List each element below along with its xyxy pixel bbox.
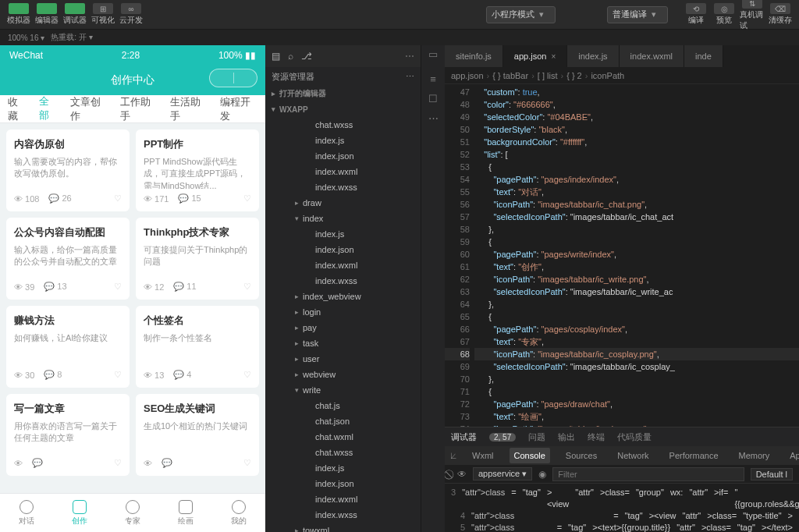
tool-云开发[interactable]: ∞云开发 [119, 3, 144, 26]
level-select[interactable]: Default l [751, 468, 793, 481]
breadcrumb-item[interactable]: { } 2 [566, 71, 582, 80]
breadcrumb-item[interactable]: iconPath [591, 71, 624, 80]
editor-tab[interactable]: index.wxml [620, 45, 684, 67]
nav-创作[interactable]: 创作 [53, 494, 106, 532]
hot-reload[interactable]: 热重载: 开 ▾ [51, 32, 92, 43]
tool-清缓存[interactable]: ⌫清缓存 [768, 0, 793, 31]
card[interactable]: 写一篇文章 用你喜欢的语言写一篇关于任何主题的文章 👁 💬 ♡ [6, 394, 130, 476]
nav-对话[interactable]: 对话 [0, 494, 53, 532]
devtools-tab[interactable]: Wxml [467, 448, 499, 463]
heart-icon[interactable]: ♡ [114, 370, 122, 380]
devtools-tab[interactable]: Console [510, 448, 550, 463]
tree-file[interactable]: chat.wxss [265, 445, 421, 460]
tree-folder[interactable]: ▸draw [265, 195, 421, 211]
branch-icon[interactable]: ⎇ [301, 51, 312, 62]
tree-file[interactable]: chat.wxss [265, 117, 421, 133]
tool-真机调试[interactable]: ⇅真机调试 [740, 0, 765, 31]
mode-select[interactable]: 小程序模式 [486, 6, 556, 23]
breadcrumb-item[interactable]: { } tabBar [492, 71, 528, 80]
heart-icon[interactable]: ♡ [243, 458, 251, 468]
tool-可视化[interactable]: ⊞可视化 [91, 3, 115, 26]
tree-section[interactable]: ▾WXAPP [265, 101, 421, 117]
heart-icon[interactable]: ♡ [114, 458, 122, 468]
menu-icon[interactable]: ≡ [430, 73, 436, 85]
card[interactable]: SEO生成关键词 生成10个相近的热门关键词 👁 💬 ♡ [136, 394, 259, 476]
capsule-button[interactable] [209, 69, 257, 87]
devtools-tab[interactable]: AppData [785, 448, 799, 463]
tree-file[interactable]: index.wxml [265, 491, 421, 507]
tool-模拟器[interactable]: 模拟器 [6, 3, 31, 26]
tree-file[interactable]: index.json [265, 476, 421, 491]
card[interactable]: 个性签名 制作一条个性签名 👁 13 💬 4 ♡ [136, 306, 259, 388]
console-tab[interactable]: 问题 [528, 431, 545, 443]
tree-file[interactable]: index.json [265, 242, 421, 257]
tree-folder[interactable]: ▾write [265, 382, 421, 398]
tool-编译[interactable]: ⟲编译 [684, 0, 708, 31]
files-icon[interactable]: ▤ [272, 51, 280, 62]
tree-folder[interactable]: ▸pay [265, 320, 421, 335]
console-tab[interactable]: 代码质量 [617, 431, 652, 443]
console-tab[interactable]: 调试器 [451, 431, 477, 443]
category-tab[interactable]: 收藏 [8, 90, 27, 128]
category-tab[interactable]: 工作助手 [120, 90, 158, 128]
editor-tab[interactable]: index.js [567, 45, 619, 67]
tree-file[interactable]: index.json [265, 148, 421, 164]
category-tab[interactable]: 编程开发 [220, 90, 257, 128]
tree-file[interactable]: index.wxss [265, 179, 421, 195]
bookmark-icon[interactable]: ☐ [428, 93, 438, 105]
card[interactable]: 内容伪原创 输入需要改写的内容，帮你改写做伪原创。 👁 108 💬 26 ♡ [6, 129, 130, 211]
devtools-tab[interactable]: Sources [561, 448, 602, 463]
tree-folder[interactable]: ▸index_webview [265, 289, 421, 304]
tree-file[interactable]: index.js [265, 133, 421, 148]
compile-select[interactable]: 普通编译 [607, 6, 668, 23]
nav-专家[interactable]: 专家 [106, 494, 159, 532]
tree-folder[interactable]: ▸towxml [265, 523, 421, 532]
nav-我的[interactable]: 我的 [212, 494, 265, 532]
tree-folder[interactable]: ▸task [265, 335, 421, 351]
editor-tab[interactable]: inde [684, 45, 723, 67]
breadcrumb-item[interactable]: app.json [451, 71, 484, 80]
card[interactable]: Thinkphp技术专家 可直接提问关于Thinkphp的问题 👁 12 💬 1… [136, 218, 259, 300]
heart-icon[interactable]: ♡ [243, 370, 251, 380]
editor-tab[interactable]: app.json× [503, 45, 567, 67]
devtools-tab[interactable]: Performance [665, 448, 723, 463]
heart-icon[interactable]: ♡ [114, 193, 122, 204]
tree-file[interactable]: chat.json [265, 413, 421, 429]
tree-section[interactable]: ▸打开的编辑器 [265, 86, 421, 101]
devtools-tab[interactable]: Network [613, 448, 653, 463]
console-tab[interactable]: 终端 [588, 431, 605, 443]
more-icon[interactable]: ⋯ [405, 51, 414, 62]
tree-file[interactable]: index.wxml [265, 164, 421, 179]
eye2-icon[interactable]: ◉ [538, 469, 546, 480]
tree-file[interactable]: chat.js [265, 398, 421, 413]
code-body[interactable]: "custom": true, "color": "#666666", "sel… [474, 84, 799, 427]
more-icon[interactable]: ⋯ [428, 112, 439, 124]
category-tab[interactable]: 全部 [39, 90, 58, 129]
tool-调试器[interactable]: 调试器 [62, 3, 87, 26]
category-tab[interactable]: 文章创作 [70, 90, 108, 128]
tree-file[interactable]: index.wxml [265, 257, 421, 273]
tree-folder[interactable]: ▾index [265, 211, 421, 226]
card[interactable]: 公众号内容自动配图 输入标题，给你一篇高质量的公众号并自动配文的文章 👁 39 … [6, 218, 130, 300]
breadcrumb[interactable]: app.json›{ } tabBar›[ ] list›{ } 2›iconP… [445, 67, 799, 84]
card[interactable]: PPT制作 PPT MindShow源代码生成，可直接生成PPT源码，需与Min… [136, 129, 259, 211]
tree-folder[interactable]: ▸user [265, 351, 421, 367]
tree-file[interactable]: index.wxss [265, 273, 421, 289]
card[interactable]: 赚钱方法 如何赚钱，让AI给你建议 👁 30 💬 8 ♡ [6, 306, 130, 388]
editor-tab[interactable]: siteinfo.js [445, 45, 503, 67]
inspect-icon[interactable]: ⟀ [451, 451, 456, 460]
tree-folder[interactable]: ▸login [265, 304, 421, 320]
console-tab[interactable]: 输出 [558, 431, 575, 443]
sidebar-toggle-icon[interactable]: ▭ [428, 48, 438, 60]
tree-file[interactable]: index.js [265, 460, 421, 476]
close-icon[interactable]: × [551, 52, 556, 61]
heart-icon[interactable]: ♡ [243, 193, 251, 204]
eye-icon[interactable]: 👁 [457, 469, 467, 480]
devtools-tab[interactable]: Memory [734, 448, 775, 463]
heart-icon[interactable]: ♡ [243, 282, 251, 292]
context-select[interactable]: appservice ▾ [473, 467, 532, 481]
breadcrumb-item[interactable]: [ ] list [538, 71, 558, 80]
tree-folder[interactable]: ▸webview [265, 367, 421, 382]
search-icon[interactable]: ⌕ [288, 51, 293, 62]
tool-编辑器[interactable]: 编辑器 [34, 3, 59, 26]
